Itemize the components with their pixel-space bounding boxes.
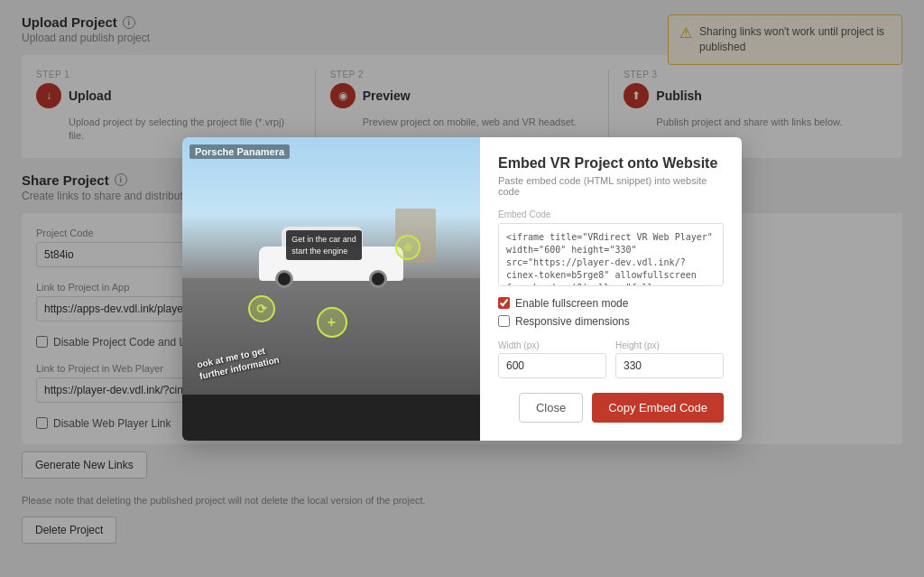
width-input[interactable] bbox=[498, 353, 606, 378]
vr-hotspot-3[interactable]: ⊕ bbox=[395, 235, 420, 260]
vr-tooltip: Get in the car and start the engine bbox=[286, 230, 362, 260]
car-wheel-right bbox=[369, 270, 387, 288]
modal-desc: Paste embed code (HTML snippet) into web… bbox=[498, 175, 724, 197]
modal-content: Embed VR Project onto Website Paste embe… bbox=[480, 137, 742, 441]
embed-code-label: Embed Code bbox=[498, 209, 724, 219]
height-label: Height (px) bbox=[615, 340, 724, 350]
height-group: Height (px) bbox=[615, 340, 724, 378]
responsive-checkbox[interactable] bbox=[498, 315, 510, 327]
vr-preview: ⟳ + ⊕ Get in the car and start the engin… bbox=[182, 137, 480, 441]
dimensions-row: Width (px) Height (px) bbox=[498, 340, 724, 378]
vr-scene-canvas: ⟳ + ⊕ Get in the car and start the engin… bbox=[182, 137, 480, 395]
copy-embed-button[interactable]: Copy Embed Code bbox=[592, 393, 724, 423]
modal-overlay: ⟳ + ⊕ Get in the car and start the engin… bbox=[0, 0, 924, 577]
fullscreen-label: Enable fullscreen mode bbox=[515, 297, 628, 310]
car-wheel-left bbox=[275, 270, 293, 288]
vr-hotspot-1[interactable]: ⟳ bbox=[248, 295, 275, 322]
height-input[interactable] bbox=[615, 353, 724, 378]
vr-scene: ⟳ + ⊕ Get in the car and start the engin… bbox=[182, 137, 480, 395]
embed-code-textarea[interactable] bbox=[498, 223, 724, 286]
fullscreen-row: Enable fullscreen mode bbox=[498, 297, 724, 310]
width-label: Width (px) bbox=[498, 340, 606, 350]
embed-modal: ⟳ + ⊕ Get in the car and start the engin… bbox=[182, 137, 742, 441]
close-button[interactable]: Close bbox=[519, 393, 583, 423]
modal-title: Embed VR Project onto Website bbox=[498, 155, 724, 172]
width-group: Width (px) bbox=[498, 340, 606, 378]
responsive-row: Responsive dimensions bbox=[498, 315, 724, 328]
modal-actions: Close Copy Embed Code bbox=[498, 393, 724, 423]
vr-hotspot-2[interactable]: + bbox=[317, 307, 347, 338]
fullscreen-checkbox[interactable] bbox=[498, 297, 510, 309]
vr-scene-label: Porsche Panamera bbox=[189, 144, 290, 159]
responsive-label: Responsive dimensions bbox=[515, 315, 630, 328]
